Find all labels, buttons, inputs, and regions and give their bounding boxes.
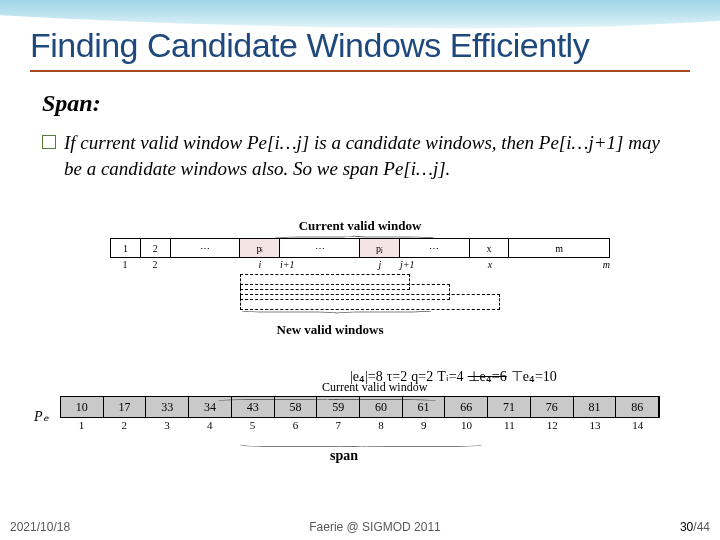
- d2-top-label: Current valid window: [322, 380, 427, 395]
- d2-idx: 7: [317, 419, 360, 431]
- d2-idx: 3: [146, 419, 189, 431]
- d1-idx: 1: [110, 259, 140, 270]
- d2-idx: 10: [445, 419, 488, 431]
- param-low-strike: ⊥e₄=6: [468, 368, 507, 385]
- brace-up-icon: ︷: [0, 443, 720, 452]
- brace-down-icon: ︷: [0, 232, 720, 238]
- d1-cell: ⋯: [171, 239, 241, 257]
- d1-indices: 1 2 i i+1 j j+1 x m: [110, 259, 610, 270]
- param-up: ⊤e₄=10: [511, 368, 557, 385]
- diagram-current-window: Current valid window ︷ 1 2 ⋯ pᵢ ⋯ pⱼ ⋯ x…: [110, 218, 610, 338]
- diagram-pe-array: Current valid window ︷ Pₑ 10 17 33 34 43…: [60, 396, 660, 431]
- page-total: 44: [697, 520, 710, 534]
- d1-cell: 1: [111, 239, 141, 257]
- d1-cell-pj: pⱼ: [360, 239, 400, 257]
- section-subtitle: Span:: [42, 90, 101, 117]
- d2-series-label: Pₑ: [34, 408, 49, 425]
- d1-cell: x: [470, 239, 510, 257]
- d1-cells: 1 2 ⋯ pᵢ ⋯ pⱼ ⋯ x m: [110, 238, 610, 258]
- d2-bottom-label: span: [330, 448, 358, 464]
- title-underline: [30, 70, 690, 72]
- bullet-row: If current valid window Pe[i…j] is a can…: [42, 130, 682, 181]
- page-current: 30: [680, 520, 693, 534]
- d2-idx: 8: [360, 419, 403, 431]
- param-ti: Tᵢ=4: [437, 368, 463, 385]
- footer-date: 2021/10/18: [10, 520, 70, 534]
- d1-cell: m: [509, 239, 609, 257]
- footer-center: Faerie @ SIGMOD 2011: [309, 520, 441, 534]
- d1-idx: i: [240, 259, 280, 270]
- d2-indices: 1 2 3 4 5 6 7 8 9 10 11 12 13 14: [60, 419, 660, 431]
- d2-idx: 13: [574, 419, 617, 431]
- d2-idx: 1: [60, 419, 103, 431]
- brace-down-icon: ︷: [0, 395, 720, 404]
- d1-idx: m: [510, 259, 610, 270]
- d1-idx: x: [470, 259, 510, 270]
- d1-idx: j+1: [400, 259, 470, 270]
- d1-cell: ⋯: [400, 239, 470, 257]
- footer: 2021/10/18 Faerie @ SIGMOD 2011 30/44: [0, 520, 720, 534]
- d1-bottom-label: New valid windows: [50, 322, 610, 338]
- d2-idx: 9: [402, 419, 445, 431]
- d1-idx: j: [360, 259, 400, 270]
- bullet-icon: [42, 135, 56, 149]
- footer-page: 30/44: [680, 520, 710, 534]
- page-title: Finding Candidate Windows Efficiently: [30, 26, 589, 65]
- d1-cell-pi: pᵢ: [240, 239, 280, 257]
- d2-idx: 5: [231, 419, 274, 431]
- d2-idx: 11: [488, 419, 531, 431]
- brace-up-icon: ︷: [0, 312, 720, 317]
- d2-idx: 12: [531, 419, 574, 431]
- d1-cell: 2: [141, 239, 171, 257]
- d2-idx: 6: [274, 419, 317, 431]
- d1-idx: i+1: [280, 259, 360, 270]
- d2-idx: 14: [616, 419, 659, 431]
- d1-cell: ⋯: [280, 239, 360, 257]
- d1-idx: [170, 259, 240, 270]
- d1-idx: 2: [140, 259, 170, 270]
- d2-idx: 4: [188, 419, 231, 431]
- body-text: If current valid window Pe[i…j] is a can…: [64, 130, 682, 181]
- d2-idx: 2: [103, 419, 146, 431]
- d1-dash-area: [110, 274, 610, 310]
